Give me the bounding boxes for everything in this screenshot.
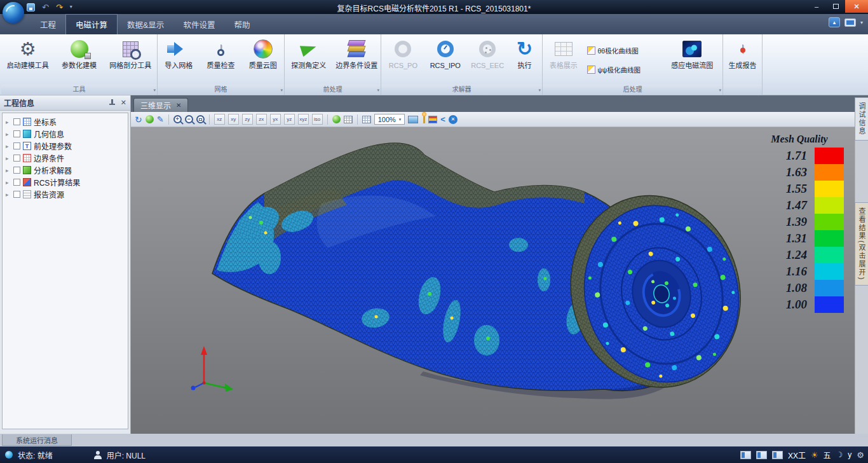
checkbox[interactable] [13, 191, 20, 198]
wireframe-icon[interactable] [344, 116, 353, 123]
tab-em-computation[interactable]: 电磁计算 [65, 14, 118, 34]
layout-panel-icon[interactable] [772, 451, 783, 459]
maximize-button[interactable] [826, 0, 845, 13]
window-controls: – ✕ [807, 0, 868, 13]
tab-3d-display[interactable]: 三维显示 ✕ [133, 98, 188, 112]
launch-modeler-button[interactable]: ⚙ 启动建模工具 [1, 36, 55, 70]
ime-y-label[interactable]: y [848, 450, 851, 459]
rcs-po-button[interactable]: RCS_PO [383, 36, 423, 70]
view-yx-button[interactable]: yx [270, 114, 281, 125]
expand-arrow-icon[interactable]: ▸ [6, 131, 11, 137]
save-icon[interactable] [27, 3, 35, 11]
annotate-icon[interactable]: ✎ [157, 115, 164, 123]
layout-panel-icon[interactable] [756, 451, 767, 459]
zoom-level-select[interactable]: 100% ▾ [374, 114, 405, 125]
pin-icon[interactable] [109, 99, 116, 106]
table-view-button[interactable]: 表格展示 [544, 36, 583, 70]
checkbox[interactable] [13, 142, 20, 149]
induced-current-button[interactable]: 感应电磁流图 [663, 36, 721, 70]
checkbox[interactable] [13, 118, 20, 125]
dialog-launcher-icon[interactable]: ▾ [377, 85, 379, 95]
sun-icon[interactable]: ☀ [811, 450, 818, 460]
zoom-window-icon[interactable] [196, 115, 205, 123]
checkbox[interactable] [13, 155, 20, 162]
tab-software-settings[interactable]: 软件设置 [173, 14, 224, 34]
execute-button[interactable]: ↻ 执行 [510, 36, 540, 70]
panel-close-icon[interactable]: ✕ [121, 99, 126, 107]
light-icon[interactable] [423, 116, 425, 123]
collapse-ribbon-icon[interactable]: ▴ [829, 17, 840, 27]
moon-icon[interactable]: ☽ [836, 450, 843, 459]
tree-item-preprocess-params[interactable]: ▸ T 前处理参数 [3, 140, 128, 152]
viewport-3d[interactable]: Mesh Quality 1.71 1.63 1.55 1.47 1.39 1.… [131, 127, 855, 434]
dialog-launcher-icon[interactable]: ▾ [719, 85, 721, 95]
clear-view-icon[interactable]: ✕ [449, 115, 458, 124]
view-zx-button[interactable]: zx [256, 114, 267, 125]
expand-arrow-icon[interactable]: ▸ [6, 179, 11, 186]
expand-arrow-icon[interactable]: ▸ [6, 119, 11, 125]
tab-close-icon[interactable]: ✕ [176, 102, 181, 109]
redo-icon[interactable]: ↷ [56, 3, 63, 11]
tree-item-boundary-conditions[interactable]: ▸ 边界条件 [3, 152, 128, 164]
display-style-icon[interactable] [844, 18, 856, 27]
layout-panel-icon[interactable] [740, 451, 751, 459]
style-dropdown-icon[interactable]: ▾ [860, 20, 863, 25]
checkbox[interactable] [13, 179, 20, 186]
parametric-modeling-button[interactable]: 参数化建模 [55, 36, 104, 70]
quality-check-button[interactable]: 质量检查 [200, 36, 242, 70]
settings-gear-icon[interactable]: ⚙ [857, 450, 864, 460]
checkbox[interactable] [13, 167, 20, 174]
expand-arrow-icon[interactable]: ▸ [6, 155, 11, 162]
dialog-launcher-icon[interactable]: ▾ [280, 85, 283, 95]
rotate-view-icon[interactable]: ↻ [135, 115, 142, 124]
quality-cloud-button[interactable]: 质量云图 [242, 36, 284, 70]
zoom-in-icon[interactable]: + [173, 115, 182, 123]
dialog-launcher-icon[interactable]: ▾ [538, 85, 541, 95]
close-button[interactable]: ✕ [845, 0, 868, 13]
zoom-out-icon[interactable]: − [185, 115, 193, 123]
view-xyz-button[interactable]: xyz [298, 114, 309, 125]
tree-item-analysis-solver[interactable]: ▸ 分析求解器 [3, 164, 128, 176]
expand-arrow-icon[interactable]: ▸ [6, 191, 11, 198]
expand-arrow-icon[interactable]: ▸ [6, 167, 11, 174]
mesh-tool-button[interactable]: 网格剖分工具 [104, 36, 157, 70]
ime-mode-label[interactable]: 五 [824, 450, 831, 460]
expand-arrow-icon[interactable]: ▸ [6, 143, 11, 149]
theta-curve-button[interactable]: θθ极化曲线图 [585, 43, 662, 58]
shaded-sphere-icon[interactable] [332, 115, 341, 123]
dialog-launcher-icon[interactable]: ▾ [153, 85, 156, 95]
probe-angle-button[interactable]: 探测角定义 [285, 36, 332, 70]
view-iso-button[interactable]: iso [312, 114, 323, 125]
tab-help[interactable]: 帮助 [224, 14, 259, 34]
tab-data-display[interactable]: 数据&显示 [118, 14, 173, 34]
boundary-setup-button[interactable]: 边界条件设置 [333, 36, 381, 70]
qat-dropdown-icon[interactable]: ▾ [70, 4, 72, 10]
tree-item-report-resources[interactable]: ▸ 报告资源 [3, 188, 128, 200]
tree-item-coordinate-system[interactable]: ▸ 坐标系 [3, 116, 128, 128]
view-yz-button[interactable]: yz [284, 114, 295, 125]
viewport-canvas[interactable] [131, 127, 855, 434]
rcs-ipo-button[interactable]: RCS_IPO [425, 36, 466, 70]
tree-item-geometry-info[interactable]: ▸ 几何信息 [3, 128, 128, 140]
psi-curve-button[interactable]: ψψ极化曲线图 [585, 62, 662, 77]
generate-report-button[interactable]: 生成报告 [724, 36, 762, 70]
mesh-display-icon[interactable] [362, 116, 371, 123]
view-xy-button[interactable]: xy [228, 114, 239, 125]
shading-icon[interactable] [146, 115, 154, 123]
view-zy-button[interactable]: zy [242, 114, 253, 125]
flow-export-icon[interactable]: < [440, 114, 445, 124]
view-xz-button[interactable]: xz [214, 114, 225, 125]
rcs-eec-button[interactable]: RCS_EEC [468, 36, 507, 70]
import-mesh-button[interactable]: 导入网格 [158, 36, 200, 70]
tree-item-rcs-results[interactable]: ▸ RCS计算结果 [3, 176, 128, 188]
tab-project[interactable]: 工程 [31, 14, 65, 34]
undo-icon[interactable]: ↶ [42, 3, 49, 11]
palette-icon[interactable] [428, 116, 437, 123]
view-results-vertical-tab[interactable]: 查看结果(双击展开) [855, 202, 868, 286]
system-messages-tab[interactable]: 系统运行消息 [2, 434, 72, 446]
checkbox[interactable] [13, 130, 20, 137]
debug-info-vertical-tab[interactable]: 调试信息 [855, 97, 868, 141]
snapshot-icon[interactable] [408, 116, 418, 123]
window-title: 复杂目标RCS电磁分析软件2015 R1 - RCS_2015031801* [76, 3, 792, 13]
minimize-button[interactable]: – [807, 0, 826, 13]
